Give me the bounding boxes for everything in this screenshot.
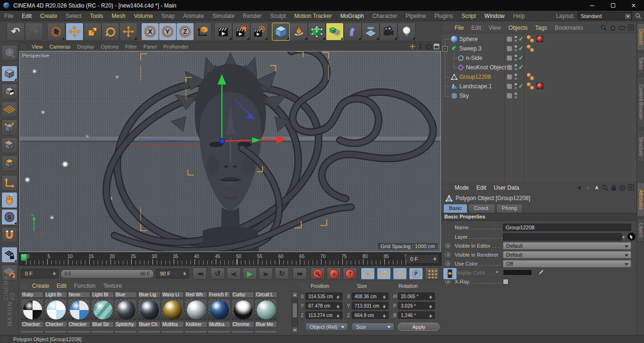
light-button[interactable] (398, 23, 415, 41)
history-forward-icon[interactable] (585, 185, 592, 191)
om-menu-file[interactable]: File (451, 25, 467, 31)
layer-toggle[interactable] (507, 55, 512, 61)
tab-takes[interactable]: Takes (637, 52, 644, 74)
material-preview[interactable] (254, 299, 277, 320)
xray-checkbox[interactable] (503, 279, 508, 284)
camera-label[interactable]: Perspective (22, 53, 49, 59)
menu-create[interactable]: Create (36, 13, 61, 19)
stepper-arrows[interactable] (429, 313, 433, 319)
stepper-arrows[interactable] (336, 294, 340, 301)
material-preview[interactable] (21, 299, 43, 320)
polygons-mode-button[interactable] (1, 155, 17, 171)
visibility-dots-toggle[interactable] (515, 64, 517, 71)
rotate-view-icon[interactable] (425, 43, 432, 50)
stepper-arrows[interactable] (429, 294, 433, 301)
size-z-field[interactable]: 664.9 cm (352, 311, 389, 319)
enabled-check-icon[interactable]: ✓ (518, 45, 524, 52)
om-menu-edit[interactable]: Edit (467, 25, 485, 31)
layer-popup-arrow[interactable]: ▸ (623, 234, 625, 239)
mat-menu-texture[interactable]: Texture (100, 283, 126, 289)
object-row-sweep[interactable]: − Sweep.3 ✓ (441, 44, 636, 53)
mat-menu-edit[interactable]: Edit (53, 283, 70, 289)
points-mode-button[interactable] (1, 119, 17, 135)
size-mode-dropdown[interactable]: Size (352, 323, 394, 331)
record-keyframe-button[interactable] (311, 268, 325, 280)
material-item[interactable]: CurbyChrome (231, 292, 254, 327)
coordinate-system-button[interactable] (194, 23, 212, 41)
material-item[interactable]: Light BrChecker (44, 292, 67, 327)
timeline-playhead[interactable] (21, 254, 27, 261)
render-settings-button[interactable] (250, 23, 268, 41)
scroll-thumb[interactable] (293, 303, 297, 318)
tab-phong[interactable]: Phong (496, 204, 523, 213)
stepper-arrows[interactable] (429, 303, 433, 310)
render-view-button[interactable] (214, 23, 232, 41)
material-preview[interactable] (231, 299, 254, 320)
viewport-canvas[interactable]: Perspective Grid Spacing : 1000 cm (19, 51, 441, 252)
layer-toggle[interactable] (507, 93, 512, 99)
zoom-view-icon[interactable] (417, 43, 424, 50)
subdivision-surface-button[interactable] (308, 23, 326, 41)
stepper-arrows[interactable] (382, 313, 387, 319)
panel-grip[interactable] (21, 283, 26, 289)
material-preview[interactable] (114, 299, 137, 320)
scroll-down-icon[interactable]: ▼ (292, 327, 297, 333)
timeline-ruler[interactable]: 051015202530354045505560657075808590 0 F (19, 252, 441, 266)
material-item[interactable]: Red WhKnikker (185, 292, 207, 327)
edges-mode-button[interactable] (1, 137, 17, 153)
keyframe-selection-button[interactable]: ? (343, 268, 357, 280)
undo-button[interactable]: ↶ (7, 23, 25, 41)
lock-x-axis-button[interactable]: X (141, 23, 159, 41)
range-start-field[interactable]: 0 F (21, 269, 59, 278)
object-row-nside[interactable]: n-Side ✓ (441, 53, 636, 63)
enabled-check-icon[interactable]: ✓ (518, 35, 524, 42)
render-picture-viewer-button[interactable] (232, 23, 250, 41)
enabled-check-icon[interactable]: ✓ (518, 83, 524, 90)
viewport-menu-cameras[interactable]: Cameras (46, 44, 74, 50)
mat-menu-create[interactable]: Create (28, 283, 53, 289)
menu-sculpt[interactable]: Sculpt (266, 13, 290, 19)
panel-grip[interactable] (301, 284, 307, 289)
stepper-arrows[interactable] (336, 313, 340, 319)
anim-track-radio[interactable] (445, 252, 450, 257)
om-menu-tags[interactable]: Tags (532, 25, 551, 31)
visibility-dots-toggle[interactable] (515, 83, 517, 90)
add-panel-icon[interactable] (628, 25, 634, 31)
menu-character[interactable]: Character (368, 13, 402, 19)
viewport-menu-filter[interactable]: Filter (122, 44, 140, 50)
om-menu-bookmarks[interactable]: Bookmarks (551, 25, 587, 31)
menu-motion-tracker[interactable]: Motion Tracker (290, 13, 336, 19)
workplane-mode-button[interactable] (1, 101, 17, 117)
object-row-neoknot[interactable]: NeoKnot Object ✓ (441, 63, 636, 72)
material-preview[interactable] (161, 299, 184, 320)
material-preview[interactable] (208, 299, 230, 320)
snap-settings-button[interactable]: S (1, 209, 17, 225)
menu-pipeline[interactable]: Pipeline (401, 13, 430, 19)
layer-toggle[interactable] (507, 84, 512, 89)
anim-track-radio[interactable] (445, 243, 450, 248)
tab-content-browser[interactable]: Content Browser (637, 76, 644, 128)
spline-pen-button[interactable] (290, 23, 308, 41)
scroll-up-icon[interactable]: ▲ (292, 292, 297, 297)
pos-z-field[interactable]: 113.274 cm (305, 311, 342, 319)
menu-edit[interactable]: Edit (17, 13, 36, 19)
key-parameter-toggle[interactable]: P (409, 268, 423, 280)
menu-snap[interactable]: Snap (157, 13, 179, 19)
apply-button[interactable]: Apply (398, 323, 440, 331)
coord-mode-dropdown[interactable]: Object (Rel) (305, 323, 348, 331)
home-icon[interactable] (610, 25, 616, 31)
rotate-tool-button[interactable] (102, 23, 119, 41)
size-y-field[interactable]: 713.931 cm (352, 302, 389, 310)
om-menu-objects[interactable]: Objects (505, 25, 532, 31)
material-preview[interactable] (44, 299, 67, 320)
menu-select[interactable]: Select (61, 13, 85, 19)
expand-arrow-icon[interactable]: ▸ (496, 269, 499, 274)
magnet-snap-button[interactable] (1, 227, 17, 243)
menu-window[interactable]: Window (480, 13, 509, 19)
panel-grip[interactable] (21, 44, 26, 50)
menu-simulate[interactable]: Simulate (208, 13, 239, 19)
history-back-icon[interactable] (576, 185, 583, 191)
material-item[interactable]: NeonChecker (68, 292, 90, 327)
eye-icon[interactable] (619, 25, 626, 30)
material-item[interactable]: Light BlBlue Str (91, 292, 114, 327)
